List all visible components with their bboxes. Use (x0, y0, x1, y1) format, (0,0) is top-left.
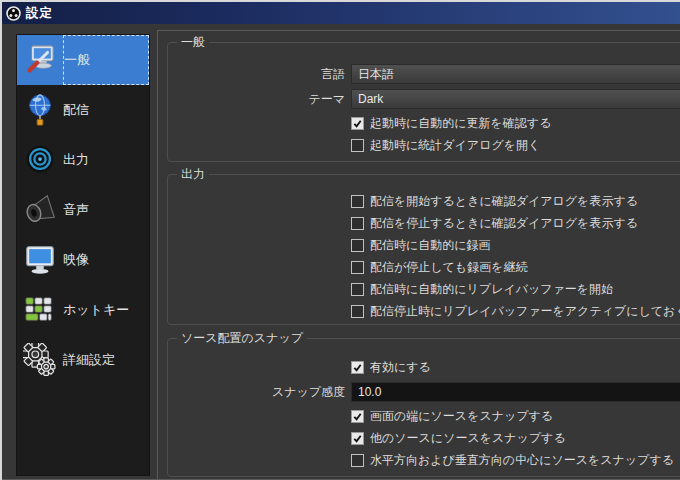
checkbox-row: 配信停止時にリプレイバッファーをアクティブにしておく (178, 304, 680, 318)
checkbox-label[interactable]: 起動時に自動的に更新を確認する (370, 115, 551, 132)
checkbox-row: 起動時に自動的に更新を確認する (178, 116, 680, 130)
output-section: 出力配信を開始するときに確認ダイアログを表示する配信を停止するときに確認ダイアロ… (167, 174, 680, 325)
output-icon (17, 135, 63, 185)
confirm-stop-stream-checkbox[interactable] (351, 217, 364, 230)
field-row: 言語日本語 (178, 64, 680, 84)
checkbox-row: 有効にする (178, 360, 680, 374)
video-icon (17, 235, 63, 285)
field-label: テーマ (178, 91, 345, 108)
sidebar-item-label: 一般 (63, 35, 149, 85)
confirm-start-stream-checkbox[interactable] (351, 195, 364, 208)
checkbox-row: 配信時に自動的に録画 (178, 238, 680, 252)
sidebar-item-advanced[interactable]: 詳細設定 (17, 335, 149, 385)
settings-category-list: 一般配信出力音声映像ホットキー詳細設定 (16, 34, 150, 476)
replay-buffer-keep-checkbox[interactable] (351, 305, 364, 318)
checkbox-label[interactable]: 配信が停止しても録画を継続 (370, 259, 527, 276)
replay-buffer-start-checkbox[interactable] (351, 283, 364, 296)
stream-icon (17, 85, 63, 135)
field-label: 言語 (178, 66, 345, 83)
checkbox-label[interactable]: 有効にする (370, 359, 431, 376)
check-updates-on-launch-checkbox[interactable] (351, 117, 364, 130)
checkbox-row: 水平方向および垂直方向の中心にソースをスナップする (178, 453, 680, 467)
checkbox-row: 起動時に統計ダイアログを開く (178, 138, 680, 152)
checkbox-label[interactable]: 他のソースにソースをスナップする (370, 430, 566, 447)
checkbox-label[interactable]: 画面の端にソースをスナップする (370, 408, 553, 425)
sidebar-item-label: ホットキー (63, 285, 149, 335)
group-title: ソース配置のスナップ (177, 332, 307, 345)
audio-icon (17, 185, 63, 235)
checkbox-label[interactable]: 配信停止時にリプレイバッファーをアクティブにしておく (370, 303, 680, 320)
checkbox-row: 配信が停止しても録画を継続 (178, 260, 680, 274)
window-title: 設定 (26, 5, 53, 22)
language-select[interactable]: 日本語 (351, 64, 680, 84)
checkbox-row: 配信を開始するときに確認ダイアログを表示する (178, 194, 680, 208)
checkbox-label[interactable]: 配信時に自動的にリプレイバッファーを開始 (370, 281, 613, 298)
general-icon (17, 35, 63, 85)
group-title: 一般 (177, 36, 209, 49)
hotkeys-icon (17, 285, 63, 335)
checkbox-label[interactable]: 起動時に統計ダイアログを開く (370, 137, 540, 154)
sidebar-item-general[interactable]: 一般 (17, 35, 149, 85)
checkbox-label[interactable]: 配信を停止するときに確認ダイアログを表示する (370, 215, 638, 232)
snapping-section: ソース配置のスナップ有効にするスナップ感度10.0画面の端にソースをスナップする… (167, 338, 680, 477)
sidebar-item-hotkeys[interactable]: ホットキー (17, 285, 149, 335)
sidebar-item-label: 詳細設定 (63, 335, 149, 385)
record-when-streaming-checkbox[interactable] (351, 239, 364, 252)
sidebar-item-label: 配信 (63, 85, 149, 135)
snap-to-sources-checkbox[interactable] (351, 432, 364, 445)
checkbox-label[interactable]: 配信を開始するときに確認ダイアログを表示する (370, 193, 638, 210)
snap-to-edge-checkbox[interactable] (351, 410, 364, 423)
sidebar-item-video[interactable]: 映像 (17, 235, 149, 285)
field-label: スナップ感度 (178, 384, 345, 401)
sidebar-item-label: 映像 (63, 235, 149, 285)
checkbox-row: 他のソースにソースをスナップする (178, 431, 680, 445)
dialog-body: 一般配信出力音声映像ホットキー詳細設定 一般言語日本語テーマDark起動時に自動… (2, 26, 680, 480)
theme-select[interactable]: Dark (351, 89, 680, 109)
advanced-icon (17, 335, 63, 385)
checkbox-row: 配信時に自動的にリプレイバッファーを開始 (178, 282, 680, 296)
settings-scroll-pane: 一般言語日本語テーマDark起動時に自動的に更新を確認する起動時に統計ダイアログ… (157, 30, 680, 479)
sidebar-item-audio[interactable]: 音声 (17, 185, 149, 235)
sidebar-item-label: 音声 (63, 185, 149, 235)
field-row: スナップ感度10.0 (178, 382, 680, 402)
settings-window: 設定 一般配信出力音声映像ホットキー詳細設定 一般言語日本語テーマDark起動時… (0, 0, 680, 480)
general-section: 一般言語日本語テーマDark起動時に自動的に更新を確認する起動時に統計ダイアログ… (167, 42, 680, 162)
checkbox-row: 配信を停止するときに確認ダイアログを表示する (178, 216, 680, 230)
checkbox-label[interactable]: 水平方向および垂直方向の中心にソースをスナップする (370, 452, 674, 469)
sidebar-item-label: 出力 (63, 135, 149, 185)
checkbox-row: 画面の端にソースをスナップする (178, 409, 680, 423)
snapping-enabled-checkbox[interactable] (351, 361, 364, 374)
sidebar-item-output[interactable]: 出力 (17, 135, 149, 185)
title-bar[interactable]: 設定 (2, 2, 680, 24)
snap-sensitivity-input[interactable]: 10.0 (351, 382, 680, 402)
group-title: 出力 (177, 168, 209, 181)
open-stats-on-launch-checkbox[interactable] (351, 139, 364, 152)
checkbox-label[interactable]: 配信時に自動的に録画 (370, 237, 491, 254)
obs-logo-icon (6, 6, 21, 21)
field-row: テーマDark (178, 89, 680, 109)
keep-recording-checkbox[interactable] (351, 261, 364, 274)
snap-to-center-checkbox[interactable] (351, 454, 364, 467)
sidebar-item-stream[interactable]: 配信 (17, 85, 149, 135)
